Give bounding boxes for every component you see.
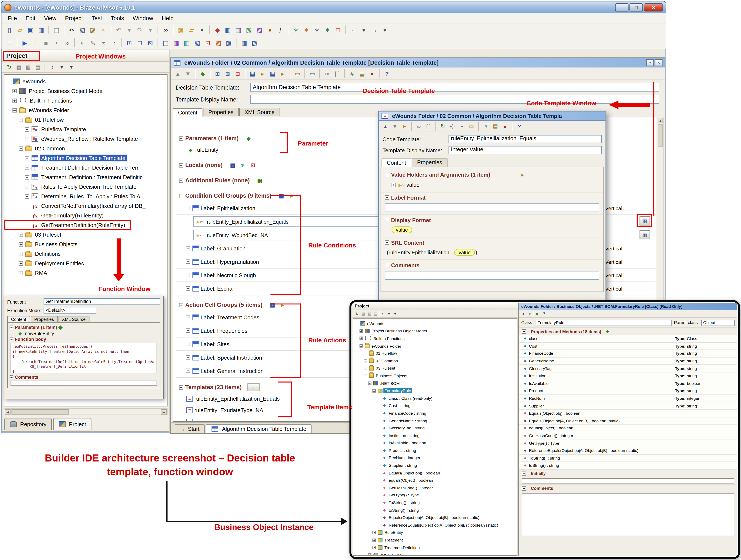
decision-table-button[interactable]: ▦ [223, 25, 233, 34]
tree-item[interactable]: eWounds_Ruleflow : Ruleflow Template [4, 134, 143, 144]
function-button[interactable]: ƒ [276, 25, 285, 34]
save-all-button[interactable]: ▦ [37, 25, 46, 34]
tree-item[interactable]: Equals(Object obj) : boolean [353, 469, 444, 477]
menu-item[interactable]: Test [87, 14, 107, 22]
tree-toggle-icon[interactable] [19, 118, 23, 122]
collapse-toggle-icon[interactable] [385, 218, 389, 222]
tree-toggle-icon[interactable] [25, 137, 29, 141]
tree-item[interactable]: Project Business Object Model [4, 86, 109, 96]
filter-menu-button[interactable]: ▾ [67, 63, 76, 71]
collapse-toggle-icon[interactable] [522, 486, 526, 490]
tree-item[interactable]: Business Objects [4, 239, 83, 249]
comments-input[interactable] [522, 493, 734, 536]
hash-button[interactable]: # [482, 122, 490, 131]
expand-toggle-icon[interactable] [186, 369, 190, 373]
copy-button[interactable]: ▧ [78, 25, 87, 34]
tree-item[interactable]: class : Class (read-only) [353, 395, 436, 402]
run-button[interactable]: ▶ [20, 38, 30, 48]
property-row[interactable]: ReferenceEquals(Object objA, Object objB… [519, 447, 737, 454]
tree-toggle-icon[interactable] [359, 344, 363, 348]
tree-toggle-icon[interactable] [19, 242, 23, 246]
audit-button[interactable]: ▧ [250, 38, 260, 48]
dice-icon[interactable] [249, 162, 256, 168]
view-objects-button[interactable]: ▥ [172, 38, 181, 48]
tree-item[interactable]: ReferenceEquals(Object objA, Object objB… [353, 521, 502, 529]
window-list-button[interactable]: ⊞ [125, 38, 134, 48]
add-button[interactable]: + [458, 122, 466, 131]
tree-item[interactable]: 02 Common [353, 357, 402, 364]
collapse-toggle-icon[interactable] [522, 329, 526, 334]
tree-toggle-icon[interactable] [359, 329, 363, 333]
tree-toggle-icon[interactable] [25, 156, 29, 160]
tree-item[interactable]: Treatment Definition Decision Table Tem [4, 163, 145, 172]
property-row[interactable]: GetHashCode() : integer [519, 432, 737, 439]
menu-item[interactable]: View [40, 14, 61, 22]
collapse-toggle-icon[interactable] [179, 136, 183, 140]
window-grid-button[interactable]: ⊟ [135, 38, 145, 48]
expand-toggle-icon[interactable] [186, 286, 190, 291]
view-flow-button[interactable]: ▨ [214, 38, 223, 48]
open-button[interactable]: ▱ [15, 25, 25, 34]
comments-section[interactable]: Comments [519, 484, 737, 492]
copy-structure-button[interactable]: ▦ [14, 63, 23, 71]
close-button[interactable] [644, 3, 663, 11]
tree-item[interactable]: RMA [4, 268, 52, 278]
comments-input[interactable] [11, 380, 157, 386]
collapse-toggle-icon[interactable] [179, 385, 183, 390]
cell-template-editor-button-2[interactable] [639, 230, 650, 239]
stop-button[interactable]: ■ [41, 38, 51, 48]
tree-item[interactable]: toString() : string [353, 506, 423, 514]
copy-structure-button[interactable]: ▦ [360, 310, 366, 317]
sort-button[interactable]: ↕ [380, 310, 386, 317]
pattern-green-button[interactable]: ∗ [323, 25, 332, 34]
decision-table-template-input[interactable]: Algorithm Decision Table Template [250, 83, 659, 92]
tree-toggle-icon[interactable] [364, 359, 367, 362]
delete-button[interactable]: × [99, 25, 108, 34]
property-row[interactable]: Product Type:string [519, 388, 737, 395]
property-row[interactable]: GetType() : Type [519, 439, 737, 447]
pause-button[interactable]: ‖ [30, 38, 40, 48]
add-parameter-icon[interactable] [245, 136, 252, 141]
tree-item[interactable]: RuleEntity [353, 529, 407, 536]
pattern-teal-button[interactable]: ∗ [291, 25, 300, 34]
window-find-button[interactable]: ⊠ [145, 38, 155, 48]
move-up-button[interactable]: ▲ [381, 122, 390, 131]
collapse-toggle-icon[interactable] [522, 472, 526, 476]
move-up-button[interactable]: ▲ [520, 310, 527, 317]
tree-toggle-icon[interactable] [25, 165, 29, 169]
tree-item[interactable]: GetType() : Type [353, 491, 423, 499]
add-property-icon[interactable] [604, 329, 611, 335]
view-templates-button[interactable]: ▦ [182, 38, 192, 48]
tree-item[interactable]: Cost : string [353, 402, 414, 409]
minimize-button[interactable] [615, 3, 628, 11]
tree-item[interactable]: 01 Ruleflow [353, 350, 401, 357]
tree-item[interactable]: eWounds Folder [4, 105, 74, 115]
add-property-button[interactable]: ◆ [534, 310, 540, 317]
execution-mode-input[interactable]: <Default> [44, 307, 96, 313]
paste-structure-button[interactable]: ▧ [24, 63, 33, 71]
add-rule-icon[interactable] [256, 178, 263, 184]
tree-item[interactable]: GetFormulary(RuleEntity) [4, 211, 109, 220]
brackets-button[interactable]: [ ] [424, 122, 433, 131]
tree-item[interactable]: RecNum : integer [353, 454, 424, 462]
dice-button[interactable]: ⊡ [233, 69, 242, 78]
property-row[interactable]: Cost Type:string [519, 343, 737, 350]
property-row[interactable]: Institution Type:string [519, 372, 737, 380]
template-display-name-input[interactable] [250, 95, 659, 104]
pencil-button[interactable]: ✎ [88, 38, 98, 48]
function-tab[interactable]: Properties [30, 316, 58, 322]
comments-input[interactable] [385, 271, 599, 280]
srl-content-row[interactable]: (ruleEntity.Epithellialization = value) [381, 248, 603, 257]
hash-button[interactable]: # [348, 69, 357, 78]
function-name-input[interactable]: GetTreatmenDefinition [44, 298, 160, 305]
class-name-input[interactable]: FormularyRule [536, 320, 672, 326]
insert-condition-menu-button[interactable]: ▸ [258, 69, 267, 78]
forward-menu-button[interactable]: ▾ [380, 25, 390, 34]
menu-item[interactable]: Project [61, 14, 87, 22]
tree-item[interactable]: 03 Ruleset [4, 230, 66, 239]
move-down-button[interactable]: ▼ [391, 122, 399, 131]
tree-item[interactable]: JDBC BOM [353, 551, 405, 556]
save-button[interactable]: ▣ [26, 25, 36, 34]
expand-toggle-icon[interactable] [186, 342, 190, 346]
menu-item[interactable]: Tools [107, 14, 129, 22]
